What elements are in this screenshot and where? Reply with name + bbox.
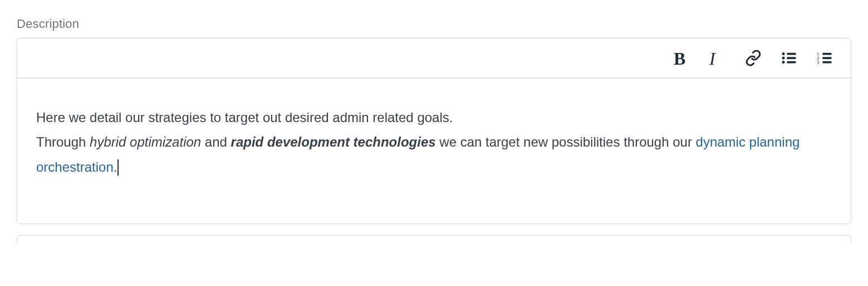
svg-point-2 xyxy=(782,57,785,60)
field-label: Description xyxy=(17,17,851,31)
bulleted-list-button[interactable] xyxy=(779,49,798,67)
svg-point-4 xyxy=(782,61,785,64)
bulleted-list-icon xyxy=(781,50,797,66)
bold-button[interactable]: B xyxy=(673,49,692,67)
content-text: . xyxy=(114,159,117,174)
svg-rect-5 xyxy=(787,61,796,64)
svg-point-0 xyxy=(782,52,785,55)
content-bold-italic: rapid development technologies xyxy=(231,134,436,149)
content-text: we can target new possibilities through … xyxy=(436,134,696,149)
content-italic: hybrid optimization xyxy=(90,134,201,149)
editor-toolbar: B I xyxy=(17,38,851,79)
numbered-list-icon: 1 2 3 xyxy=(816,50,833,66)
italic-button[interactable]: I xyxy=(708,49,727,67)
content-text: and xyxy=(201,134,231,149)
description-field: Description B I xyxy=(17,17,851,243)
svg-rect-11 xyxy=(822,61,831,64)
editor-content[interactable]: Here we detail our strategies to target … xyxy=(17,79,851,224)
text-cursor xyxy=(117,159,119,176)
italic-icon: I xyxy=(709,50,726,66)
svg-text:3: 3 xyxy=(817,60,819,65)
content-text: Through xyxy=(36,134,90,149)
svg-rect-9 xyxy=(822,57,831,59)
link-button[interactable] xyxy=(744,49,763,67)
svg-rect-7 xyxy=(822,53,831,55)
content-text: Here we detail our strategies to target … xyxy=(36,110,453,125)
bold-icon: B xyxy=(674,50,690,66)
numbered-list-button[interactable]: 1 2 3 xyxy=(815,49,834,67)
next-panel-peek xyxy=(17,235,851,243)
svg-rect-3 xyxy=(787,57,796,59)
link-icon xyxy=(745,50,762,66)
rich-text-editor: B I xyxy=(17,38,851,224)
svg-rect-1 xyxy=(787,53,796,55)
